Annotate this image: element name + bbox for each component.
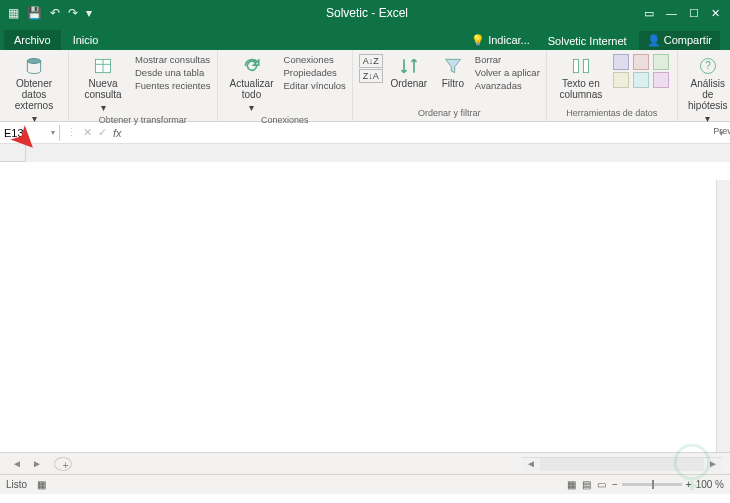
window-controls: ▭ — ☐ ✕ [634,7,730,20]
recent-sources-button[interactable]: Fuentes recientes [135,80,211,91]
undo-icon[interactable]: ↶ [50,6,60,20]
sort-icon [399,56,419,76]
excel-icon: ▦ [8,6,19,20]
title-bar: ▦ 💾 ↶ ↷ ▾ Solvetic - Excel ▭ — ☐ ✕ [0,0,730,26]
grid-body[interactable] [0,162,730,452]
columns-icon [571,56,591,76]
clear-filter-button[interactable]: Borrar [475,54,540,65]
vertical-scrollbar[interactable] [716,180,730,452]
tell-me[interactable]: 💡 Indicar... [465,31,536,50]
group-data-tools: Texto en columnas Herramientas de datos [547,50,678,121]
share-button[interactable]: 👤 Compartir [639,31,720,50]
save-icon[interactable]: 💾 [27,6,42,20]
svg-point-0 [27,59,40,64]
data-validation-icon[interactable] [653,54,669,70]
group-forecast: ? Análisis de hipótesis ▾ Previsión Prev… [678,50,730,121]
sheet-nav-next[interactable]: ► [28,458,46,469]
properties-button[interactable]: Propiedades [284,67,346,78]
select-all-corner[interactable] [0,144,26,162]
column-headers [0,144,730,162]
funnel-icon [443,56,463,76]
sheet-tab-bar: ◄ ► + ◄► [0,452,730,474]
reapply-button[interactable]: Volver a aplicar [475,67,540,78]
group-sort-filter: A↓Z Z↓A Ordenar Filtro Borrar Volver a a… [353,50,547,121]
relationships-icon[interactable] [633,72,649,88]
view-pagebreak-icon[interactable]: ▭ [597,479,606,490]
expand-formula-icon[interactable]: ▾ [719,128,724,138]
data-model-icon[interactable] [653,72,669,88]
svg-rect-4 [573,59,578,72]
filter-button[interactable]: Filtro [435,54,471,91]
sort-desc-button[interactable]: Z↓A [359,69,383,83]
close-icon[interactable]: ✕ [711,7,720,20]
connections-button[interactable]: Conexiones [284,54,346,65]
consolidate-icon[interactable] [613,72,629,88]
macro-record-icon[interactable]: ▦ [37,479,46,490]
zoom-control[interactable]: −+ 100 % [612,479,724,490]
grid-container [0,144,730,452]
user-account[interactable]: Solvetic Internet [542,32,633,50]
ribbon-options-icon[interactable]: ▭ [644,7,654,20]
text-to-columns-button[interactable]: Texto en columnas [553,54,609,102]
new-query-button[interactable]: Nueva consulta ▾ [75,54,131,115]
edit-links-button[interactable]: Editar vínculos [284,80,346,91]
refresh-icon [242,56,262,76]
database-icon [24,56,44,76]
maximize-icon[interactable]: ☐ [689,7,699,20]
menu-bar: Archivo Inicio 💡 Indicar... Solvetic Int… [0,26,730,50]
from-table-button[interactable]: Desde una tabla [135,67,211,78]
qat-more-icon[interactable]: ▾ [86,6,92,20]
group-get-transform: Nueva consulta ▾ Mostrar consultas Desde… [69,50,218,121]
group-external-data: Obtener datos externos ▾ [0,50,69,121]
group-connections: Actualizar todo ▾ Conexiones Propiedades… [218,50,353,121]
svg-rect-5 [583,59,588,72]
analysis-icon: ? [698,56,718,76]
file-tab[interactable]: Archivo [4,30,61,50]
sort-button[interactable]: Ordenar [387,54,431,91]
sheet-nav-prev[interactable]: ◄ [8,458,26,469]
new-sheet-button[interactable]: + [54,457,72,471]
horizontal-scrollbar[interactable]: ◄► [522,457,722,471]
view-layout-icon[interactable]: ▤ [582,479,591,490]
fx-icon[interactable]: fx [113,127,122,139]
tab-inicio[interactable]: Inicio [63,30,109,50]
formula-bar-row: E13▾ ⋮ ✕ ✓ fx ▾ [0,122,730,144]
window-title: Solvetic - Excel [100,6,634,20]
formula-input[interactable] [128,127,713,139]
table-query-icon [93,56,113,76]
svg-text:?: ? [705,60,711,71]
remove-dup-icon[interactable] [633,54,649,70]
name-box[interactable]: E13▾ [0,125,60,141]
view-normal-icon[interactable]: ▦ [567,479,576,490]
ribbon: Obtener datos externos ▾ Nueva consulta … [0,50,730,122]
refresh-all-button[interactable]: Actualizar todo ▾ [224,54,280,115]
minimize-icon[interactable]: — [666,7,677,20]
show-queries-button[interactable]: Mostrar consultas [135,54,211,65]
quick-access-toolbar: ▦ 💾 ↶ ↷ ▾ [0,6,100,20]
status-ready: Listo [6,479,27,490]
zoom-level[interactable]: 100 % [696,479,724,490]
get-external-data-button[interactable]: Obtener datos externos ▾ [6,54,62,126]
redo-icon[interactable]: ↷ [68,6,78,20]
whatif-button[interactable]: ? Análisis de hipótesis ▾ [684,54,730,126]
sort-asc-button[interactable]: A↓Z [359,54,383,68]
flash-fill-icon[interactable] [613,54,629,70]
cancel-formula-icon[interactable]: ✕ [83,126,92,139]
status-bar: Listo ▦ ▦ ▤ ▭ −+ 100 % [0,474,730,494]
enter-formula-icon[interactable]: ✓ [98,126,107,139]
advanced-filter-button[interactable]: Avanzadas [475,80,540,91]
